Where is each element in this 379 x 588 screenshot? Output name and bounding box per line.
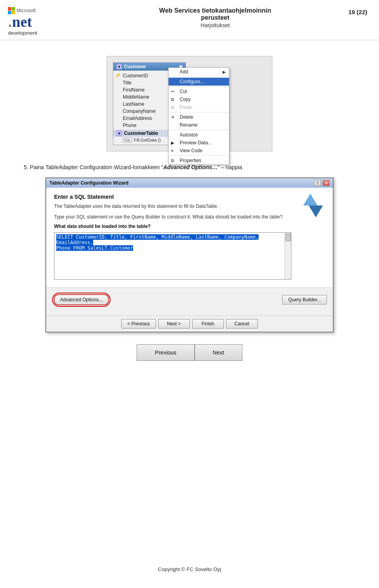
ctx-item-autosize[interactable]: Autosize	[169, 131, 229, 139]
header-title-line2: perusteet	[63, 14, 367, 21]
wizard-help-btn[interactable]: ?	[314, 180, 321, 186]
arrow-down-icon	[309, 205, 323, 217]
cut-icon: ✂	[171, 89, 174, 94]
customertable-label: CustomerTable	[124, 131, 158, 136]
ctx-item-copy[interactable]: ⧉ Copy	[169, 95, 229, 103]
wizard-title-buttons: ? ✕	[314, 180, 330, 186]
ctx-copy-label: Copy	[180, 97, 191, 102]
properties-icon: ⧉	[171, 158, 174, 163]
wizard-icon-area	[297, 194, 325, 282]
wizard-footer: < Previous Next > Finish Cancel	[46, 315, 333, 332]
query-builder-btn[interactable]: Query Builder...	[282, 295, 327, 304]
wizard-close-btn[interactable]: ✕	[323, 180, 330, 186]
wizard-body-content: Enter a SQL Statement The TableAdapter u…	[54, 194, 291, 282]
header-page: 19 (22)	[348, 9, 367, 15]
ctx-cut-label: Cut	[180, 89, 187, 94]
previous-btn[interactable]: Previous	[137, 344, 194, 361]
ctx-sep-5	[169, 155, 229, 156]
wizard-dialog: TableAdapter Configuration Wizard ? ✕ En…	[45, 177, 334, 332]
ctx-sep-1	[169, 77, 229, 77]
advanced-options-btn[interactable]: Advanced Options...	[54, 294, 109, 305]
screenshot-area: ■ Customer ▣ CustomerID Title FirstName …	[24, 56, 355, 151]
table-icon: ■	[116, 64, 122, 69]
sql-scrollbar-thumb	[285, 233, 291, 241]
sql-badge: SQL	[123, 138, 132, 142]
logo-development: development	[8, 30, 63, 36]
copy-icon: ⧉	[171, 97, 174, 102]
sql-scrollbar[interactable]	[285, 233, 291, 279]
ctx-sep-2	[169, 86, 229, 87]
viewcode-icon: ≡	[171, 148, 173, 153]
wizard-previous-btn[interactable]: < Previous	[121, 319, 156, 329]
ctx-item-rename[interactable]: Rename	[169, 121, 229, 129]
ctx-properties-label: Properties	[180, 158, 201, 163]
ctx-item-configure[interactable]: Configure...	[169, 78, 229, 86]
wizard-buttons-top: Advanced Options... Query Builder...	[52, 293, 327, 307]
advanced-options-highlight: Advanced Options...	[52, 293, 111, 307]
wizard-next-btn[interactable]: Next >	[158, 319, 190, 329]
ctx-viewcode-label: View Code	[180, 148, 203, 153]
page-footer: Copyright © FC Sovelto Oyj	[0, 558, 379, 580]
wizard-arrows-icon	[301, 194, 325, 217]
sql-textarea-inner[interactable]: SELECT CustomerID, Title, FirstName, Mid…	[54, 233, 291, 279]
header-title-area: Web Services tietokantaohjelmoinnin peru…	[63, 7, 367, 28]
paste-icon: ⧉	[171, 105, 174, 110]
ctx-item-properties[interactable]: ⧉ Properties	[169, 157, 229, 164]
wizard-desc2: Type your SQL statement or use the Query…	[54, 214, 291, 220]
ctx-add-arrow: ▶	[223, 70, 226, 74]
delete-icon: ✕	[171, 115, 174, 120]
ctx-item-cut[interactable]: ✂ Cut	[169, 88, 229, 95]
ctx-delete-label: Delete	[180, 114, 193, 120]
ctx-preview-label: Preview Data...	[180, 140, 212, 146]
context-menu: Add ▶ Configure... ✂ Cut ⧉ Copy	[168, 67, 229, 165]
ctx-item-paste: ⧉ Paste	[169, 103, 229, 111]
wizard-title-text: TableAdapter Configuration Wizard	[49, 180, 128, 186]
customertable-icon: ■	[116, 131, 122, 136]
ctx-item-delete[interactable]: ✕ Delete	[169, 113, 229, 121]
logo-net: net	[12, 14, 32, 29]
logo-dot: .	[8, 14, 12, 29]
wizard-panel: Advanced Options... Query Builder...	[46, 287, 333, 315]
header-subtitle: Harjoitukset	[63, 22, 367, 28]
microsoft-text: Microsoft	[17, 8, 36, 13]
ctx-configure-label: Configure...	[180, 79, 204, 84]
ctx-item-preview[interactable]: ▶ Preview Data...	[169, 139, 229, 147]
ctx-add-label: Add	[180, 69, 188, 75]
header-title-line1: Web Services tietokantaohjelmoinnin	[63, 7, 367, 14]
header: Microsoft . net development Web Services…	[0, 0, 379, 40]
sql-selected-text: SELECT CustomerID, Title, FirstName, Mid…	[56, 234, 259, 251]
wizard-body: Enter a SQL Statement The TableAdapter u…	[46, 188, 333, 287]
wizard-finish-btn[interactable]: Finish	[192, 319, 224, 329]
context-menu-screenshot: ■ Customer ▣ CustomerID Title FirstName …	[107, 56, 272, 151]
wizard-titlebar: TableAdapter Configuration Wizard ? ✕	[46, 178, 333, 188]
ctx-item-viewcode[interactable]: ≡ View Code	[169, 147, 229, 155]
main-content: ■ Customer ▣ CustomerID Title FirstName …	[0, 40, 379, 377]
next-btn[interactable]: Next	[195, 344, 242, 361]
ctx-paste-label: Paste	[180, 105, 192, 110]
footer-text: Copyright © FC Sovelto Oyj	[158, 566, 221, 572]
ctx-sep-4	[169, 130, 229, 130]
nav-buttons: Previous Next	[24, 344, 355, 361]
customer-panel-label: Customer	[124, 64, 146, 69]
step5-number: 5.	[24, 164, 28, 170]
logo-area: Microsoft . net development	[8, 7, 63, 36]
ctx-sep-3	[169, 112, 229, 112]
wizard-question-bold: What data should be loaded into the tabl…	[54, 224, 291, 229]
wizard-desc1: The TableAdapter uses the data returned …	[54, 203, 291, 210]
ctx-autosize-label: Autosize	[180, 132, 198, 138]
logo-block: Microsoft . net development	[8, 7, 63, 36]
sql-textarea-container: SELECT CustomerID, Title, FirstName, Mid…	[54, 232, 291, 280]
ctx-item-add[interactable]: Add ▶	[169, 68, 229, 76]
net-row: . net	[8, 14, 63, 29]
arrow-up-icon	[303, 194, 317, 205]
wizard-cancel-btn[interactable]: Cancel	[226, 319, 258, 329]
wizard-heading: Enter a SQL Statement	[54, 194, 291, 200]
preview-icon: ▶	[171, 140, 174, 146]
ctx-rename-label: Rename	[180, 122, 197, 128]
